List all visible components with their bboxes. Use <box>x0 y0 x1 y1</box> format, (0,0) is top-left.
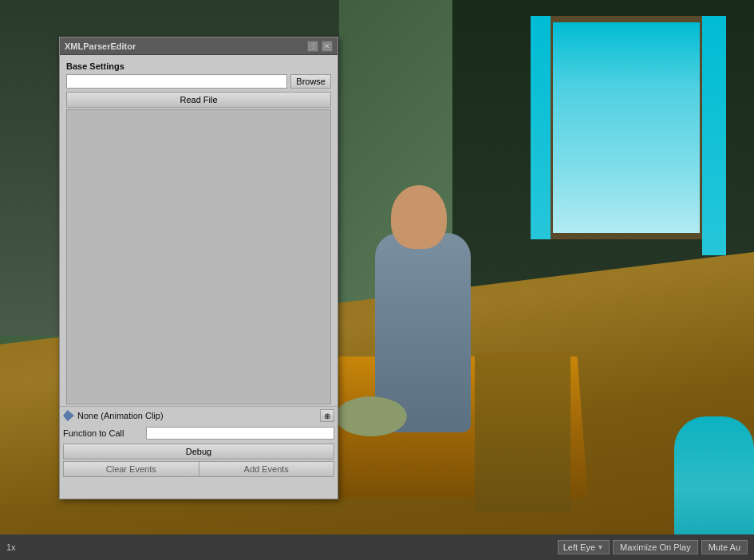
eye-label: Left Eye <box>563 542 595 552</box>
panel-close-button[interactable]: ✕ <box>322 41 333 52</box>
browse-button[interactable]: Browse <box>290 74 331 89</box>
animation-clip-row: None (Animation Clip) ⊕ <box>60 406 338 424</box>
eye-dropdown[interactable]: Left Eye ▼ <box>558 540 610 554</box>
panel-menu-button[interactable]: ⋮ <box>307 41 318 52</box>
animation-clip-label: None (Animation Clip) <box>77 411 317 420</box>
clear-events-button[interactable]: Clear Events <box>63 461 199 477</box>
panel-content: Base Settings Browse Read File <box>60 55 338 404</box>
base-settings-label: Base Settings <box>63 58 334 73</box>
maximize-on-play-button[interactable]: Maximize On Play <box>613 540 698 554</box>
function-row: Function to Call <box>60 424 338 442</box>
scene-chair <box>475 353 570 512</box>
eye-dropdown-arrow: ▼ <box>597 543 604 551</box>
file-input-row: Browse <box>63 73 334 90</box>
scale-indicator: 1x <box>6 542 16 552</box>
animation-clip-icon <box>63 410 74 421</box>
function-label: Function to Call <box>63 428 143 438</box>
animation-clip-add-button[interactable]: ⊕ <box>320 409 334 422</box>
scene-figure-head <box>391 185 447 249</box>
panel-controls: ⋮ ✕ <box>307 41 333 52</box>
read-file-button[interactable]: Read File <box>66 92 331 108</box>
panel-titlebar: XMLParserEditor ⋮ ✕ <box>60 37 338 55</box>
scene-curtain-right <box>702 16 726 255</box>
content-area <box>66 109 331 404</box>
mute-audio-button[interactable]: Mute Au <box>701 540 748 554</box>
file-path-input[interactable] <box>66 74 287 89</box>
panel-title: XMLParserEditor <box>65 41 136 51</box>
bottom-bar: 1x Left Eye ▼ Maximize On Play Mute Au <box>0 534 754 560</box>
scene-window <box>547 16 706 239</box>
function-input[interactable] <box>146 427 334 440</box>
xml-parser-editor-panel: XMLParserEditor ⋮ ✕ Base Settings Browse… <box>59 37 338 499</box>
bottom-buttons: Clear Events Add Events <box>63 461 334 477</box>
scene-bowl <box>335 396 407 436</box>
add-events-button[interactable]: Add Events <box>199 461 335 477</box>
scene-curtain-left <box>531 16 551 239</box>
debug-button[interactable]: Debug <box>63 444 334 459</box>
